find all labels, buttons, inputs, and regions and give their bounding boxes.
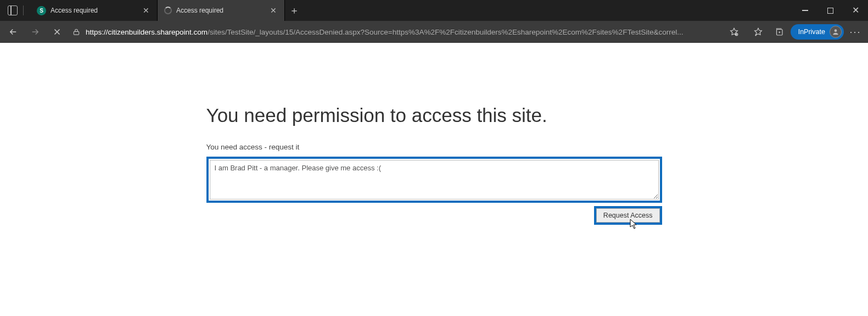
access-request-message-input[interactable]: [210, 160, 659, 199]
tab-actions-icon[interactable]: [8, 5, 18, 15]
page-subtext: You need access - request it: [206, 143, 662, 151]
stop-reload-button[interactable]: [47, 23, 67, 41]
site-info-icon[interactable]: [72, 28, 80, 36]
browser-tab-1[interactable]: S Access required ✕: [30, 0, 158, 21]
inprivate-badge[interactable]: InPrivate: [791, 24, 844, 40]
window-titlebar: S Access required ✕ Access required ✕ ＋ …: [0, 0, 868, 21]
browser-toolbar: https://citizenbuilders.sharepoint.com/s…: [0, 21, 868, 43]
close-window-button[interactable]: ✕: [843, 0, 868, 21]
favorite-star-icon[interactable]: [725, 24, 743, 40]
request-access-button[interactable]: Request Access: [596, 208, 660, 223]
tab-title: Access required: [176, 7, 265, 14]
browser-tab-2[interactable]: Access required ✕: [158, 0, 285, 21]
minimize-button[interactable]: [792, 0, 817, 21]
url-text: https://citizenbuilders.sharepoint.com/s…: [86, 28, 719, 36]
inprivate-label: InPrivate: [798, 28, 825, 36]
maximize-button[interactable]: [817, 0, 843, 21]
close-tab-icon[interactable]: ✕: [269, 5, 278, 15]
sharepoint-favicon-icon: S: [37, 6, 46, 15]
new-tab-button[interactable]: ＋: [285, 0, 304, 21]
page-heading: You need permission to access this site.: [206, 104, 662, 126]
tab-strip: S Access required ✕ Access required ✕ ＋: [30, 0, 304, 21]
svg-rect-0: [74, 31, 79, 35]
loading-spinner-icon: [164, 7, 172, 14]
tab-title: Access required: [51, 7, 137, 14]
page-viewport: You need permission to access this site.…: [0, 43, 868, 316]
forward-button[interactable]: [25, 23, 45, 41]
back-button[interactable]: [3, 23, 23, 41]
message-highlight: [206, 157, 662, 203]
collections-icon[interactable]: [770, 23, 788, 41]
favorites-hub-icon[interactable]: [749, 23, 768, 41]
svg-point-3: [835, 29, 837, 32]
more-dots-icon: ···: [849, 26, 861, 38]
button-highlight: Request Access: [594, 206, 662, 225]
address-bar[interactable]: https://citizenbuilders.sharepoint.com/s…: [69, 24, 747, 40]
settings-more-button[interactable]: ···: [846, 23, 865, 41]
close-tab-icon[interactable]: ✕: [142, 5, 150, 15]
divider: [23, 5, 24, 15]
profile-avatar-icon: [830, 26, 842, 38]
